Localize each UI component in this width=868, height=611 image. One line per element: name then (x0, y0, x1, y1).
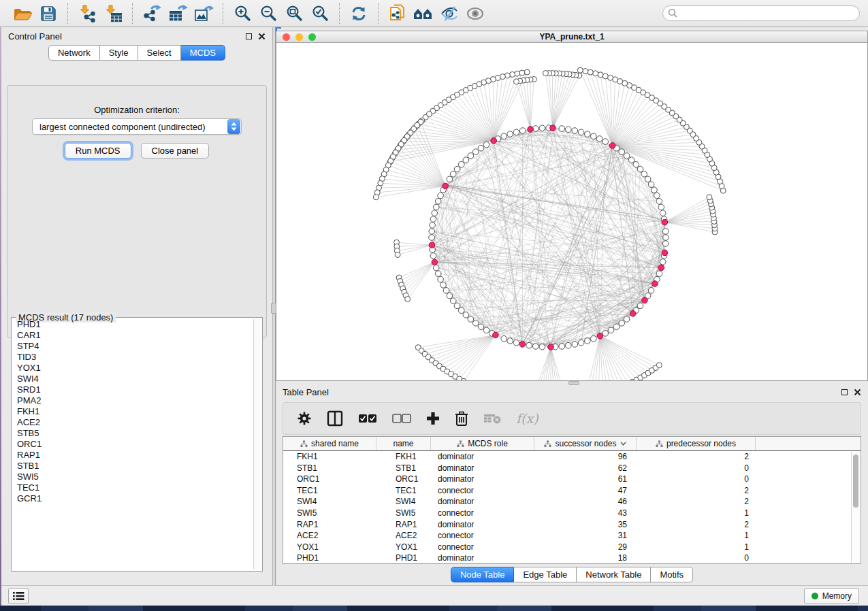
search-network-icon[interactable] (411, 3, 436, 24)
export-image-icon[interactable] (191, 3, 216, 24)
window-maximize-icon[interactable] (308, 33, 316, 41)
cell-shared-name: SWI5 (283, 508, 376, 519)
select-all-icon[interactable] (358, 414, 377, 423)
delete-table-icon[interactable] (483, 412, 501, 425)
show-graphics-icon[interactable] (462, 3, 488, 24)
table-row[interactable]: YOX1YOX1connector291 (283, 542, 861, 553)
network-view-titlebar[interactable]: YPA_prune.txt_1 (276, 31, 867, 43)
run-mcds-button[interactable]: Run MCDS (65, 143, 131, 159)
tab-style[interactable]: Style (100, 45, 138, 61)
tab-motifs[interactable]: Motifs (651, 567, 693, 582)
result-item-stb5[interactable]: STB5 (13, 428, 253, 439)
close-icon[interactable] (854, 389, 861, 396)
column-header-mcds-role[interactable]: MCDS role (431, 437, 534, 450)
refresh-icon[interactable] (346, 3, 372, 24)
result-item-tid3[interactable]: TID3 (13, 352, 253, 363)
network-canvas[interactable] (276, 43, 867, 380)
float-window-icon[interactable] (246, 33, 252, 39)
result-item-srd1[interactable]: SRD1 (13, 384, 253, 395)
column-header-successor-nodes[interactable]: successor nodes (534, 437, 637, 450)
tab-network[interactable]: Network (48, 45, 100, 61)
export-table-icon[interactable] (165, 3, 191, 24)
control-panel-title: Control Panel (8, 31, 62, 42)
column-header-shared-name[interactable]: shared name (283, 437, 376, 450)
result-item-swi5[interactable]: SWI5 (13, 472, 253, 482)
add-column-icon[interactable] (426, 412, 440, 425)
deselect-all-icon[interactable] (392, 414, 411, 423)
memory-button[interactable]: Memory (804, 588, 859, 604)
float-window-icon[interactable] (841, 389, 848, 395)
table-row[interactable]: STB1STB1dominator620 (283, 463, 861, 474)
close-panel-button[interactable]: Close panel (141, 143, 210, 159)
save-session-icon[interactable] (35, 3, 61, 24)
table-row[interactable]: ACE2ACE2connector311 (283, 530, 861, 542)
desktop-wallpaper-bottom (0, 606, 868, 611)
export-network-icon[interactable] (139, 3, 165, 24)
optimization-criterion-dropdown[interactable]: largest connected component (undirected) (32, 118, 242, 135)
cell-mcds-role: dominator (431, 451, 534, 463)
mcds-result-list[interactable]: PHD1CAR1STP4TID3YOX1SWI4SRD1PMA2FKH1ACE2… (13, 319, 253, 569)
horizontal-splitter-handle[interactable] (568, 381, 579, 385)
import-table-icon[interactable] (100, 3, 126, 24)
result-item-rap1[interactable]: RAP1 (13, 450, 253, 461)
import-network-icon[interactable] (74, 3, 100, 24)
tab-network-table[interactable]: Network Table (577, 567, 651, 582)
result-item-orc1[interactable]: ORC1 (13, 439, 253, 450)
result-item-fkh1[interactable]: FKH1 (13, 406, 253, 417)
result-item-gcr1[interactable]: GCR1 (13, 493, 253, 504)
search-input[interactable] (678, 9, 848, 18)
tab-mcds[interactable]: MCDS (181, 45, 225, 61)
result-item-stp4[interactable]: STP4 (13, 341, 253, 352)
column-header-name[interactable]: name (376, 437, 431, 450)
zoom-selected-icon[interactable] (307, 3, 333, 24)
result-item-pma2[interactable]: PMA2 (13, 395, 253, 406)
cell-predecessor-nodes: 0 (637, 474, 756, 485)
hide-graphics-icon[interactable] (436, 3, 462, 24)
cell-mcds-role: connector (431, 542, 534, 553)
gear-icon[interactable] (297, 411, 312, 426)
zoom-in-icon[interactable] (229, 3, 255, 24)
task-history-button[interactable] (8, 588, 29, 604)
table-row[interactable]: SWI4SWI4dominator462 (283, 496, 861, 508)
tab-node-table[interactable]: Node Table (451, 567, 515, 582)
table-row[interactable]: PHD1PHD1dominator180 (283, 552, 861, 564)
split-column-icon[interactable] (327, 410, 343, 427)
column-header-predecessor-nodes[interactable]: predecessor nodes (637, 437, 756, 450)
cell-shared-name: RAP1 (283, 519, 376, 531)
window-close-icon[interactable] (283, 33, 290, 41)
result-item-yox1[interactable]: YOX1 (13, 363, 253, 374)
table-scrollbar[interactable] (851, 452, 860, 563)
tab-select[interactable]: Select (138, 45, 181, 61)
table-row[interactable]: TEC1TEC1connector472 (283, 485, 861, 497)
result-scrollbar[interactable] (253, 319, 261, 569)
close-icon[interactable] (258, 33, 266, 40)
cell-name: SWI4 (376, 496, 431, 508)
result-item-phd1[interactable]: PHD1 (13, 319, 253, 330)
table-scrollbar-thumb[interactable] (853, 455, 858, 508)
zoom-fit-icon[interactable] (281, 3, 307, 24)
cell-predecessor-nodes: 2 (637, 485, 756, 497)
result-item-ace2[interactable]: ACE2 (13, 417, 253, 428)
result-item-tec1[interactable]: TEC1 (13, 482, 253, 493)
table-row[interactable]: RAP1RAP1dominator352 (283, 519, 861, 531)
node-table[interactable]: shared namenameMCDS rolesuccessor nodesp… (283, 436, 861, 564)
table-row[interactable]: SWI5SWI5connector431 (283, 508, 861, 519)
cell-successor-nodes: 35 (534, 519, 637, 531)
window-minimize-icon[interactable] (295, 33, 303, 41)
table-row[interactable]: ORC1ORC1dominator610 (283, 474, 861, 485)
tab-edge-table[interactable]: Edge Table (514, 567, 577, 582)
open-file-icon[interactable] (10, 3, 35, 24)
cell-shared-name: PHD1 (283, 552, 376, 564)
cell-predecessor-nodes: 1 (637, 508, 756, 519)
cell-shared-name: FKH1 (283, 451, 376, 463)
function-builder-icon[interactable]: f(x) (516, 411, 539, 426)
delete-column-icon[interactable] (455, 411, 468, 426)
global-search-box[interactable] (662, 5, 860, 21)
table-row[interactable]: FKH1FKH1dominator962 (283, 451, 861, 463)
zoom-out-icon[interactable] (255, 3, 281, 24)
copy-network-icon[interactable] (385, 3, 411, 24)
cell-successor-nodes: 96 (534, 451, 637, 463)
result-item-swi4[interactable]: SWI4 (13, 374, 253, 384)
result-item-car1[interactable]: CAR1 (13, 330, 253, 341)
result-item-stb1[interactable]: STB1 (13, 461, 253, 472)
